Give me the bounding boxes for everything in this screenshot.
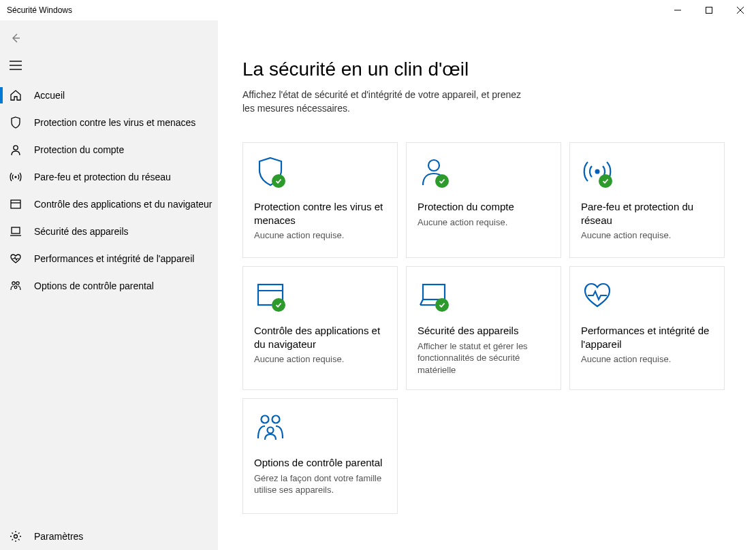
card-desc: Aucune action requise.: [418, 216, 550, 229]
device-icon: [418, 279, 450, 312]
back-button[interactable]: [0, 25, 31, 52]
heart-icon: [10, 253, 22, 265]
card-app-control[interactable]: Contrôle des applications et du navigate…: [242, 266, 398, 390]
cards-grid: Protection contre les virus et menaces A…: [242, 142, 756, 514]
card-desc: Afficher le statut et gérer les fonction…: [418, 340, 550, 376]
nav-label: Accueil: [34, 90, 65, 101]
sidebar: Accueil Protection contre les virus et m…: [0, 20, 218, 550]
svg-rect-10: [11, 200, 20, 208]
svg-point-18: [595, 169, 600, 174]
nav-item-firewall[interactable]: Pare-feu et protection du réseau: [0, 163, 218, 191]
gear-icon: [10, 530, 22, 543]
card-virus-protection[interactable]: Protection contre les virus et menaces A…: [242, 142, 398, 258]
page-title: La sécurité en un clin d'œil: [242, 59, 756, 80]
nav-item-performance[interactable]: Performances et intégrité de l'appareil: [0, 245, 218, 272]
app-icon: [10, 198, 22, 210]
maximize-button[interactable]: [693, 0, 725, 20]
svg-rect-21: [423, 285, 445, 300]
nav-label: Protection du compte: [34, 144, 124, 155]
home-icon: [10, 89, 22, 101]
heart-icon: [581, 279, 614, 312]
shield-icon: [254, 155, 287, 188]
antenna-icon: [10, 171, 22, 183]
card-firewall[interactable]: Pare-feu et protection du réseau Aucune …: [569, 142, 725, 258]
device-icon: [10, 225, 22, 238]
shield-icon: [10, 116, 22, 129]
svg-point-9: [14, 176, 16, 178]
nav-item-app-control[interactable]: Contrôle des applications et du navigate…: [0, 191, 218, 218]
nav-label: Protection contre les virus et menaces: [34, 117, 195, 128]
nav-item-settings[interactable]: Paramètres: [0, 523, 218, 550]
hamburger-button[interactable]: [0, 52, 31, 79]
svg-point-17: [428, 160, 439, 171]
family-icon: [10, 280, 22, 292]
svg-rect-12: [12, 227, 20, 233]
person-icon: [10, 144, 22, 156]
nav-item-family[interactable]: Options de contrôle parental: [0, 272, 218, 300]
nav-label: Performances et intégrité de l'appareil: [34, 253, 194, 264]
card-desc: Aucune action requise.: [254, 229, 386, 242]
svg-rect-1: [706, 7, 712, 14]
page-subtitle: Affichez l'état de sécurité et d'intégri…: [242, 88, 529, 115]
card-desc: Gérez la façon dont votre famille utilis…: [254, 472, 386, 496]
svg-point-24: [268, 427, 274, 434]
nav-list: Accueil Protection contre les virus et m…: [0, 82, 218, 523]
card-desc: Aucune action requise.: [254, 353, 386, 366]
card-title: Options de contrôle parental: [254, 456, 386, 470]
nav-label: Pare-feu et protection du réseau: [34, 172, 171, 182]
svg-point-13: [12, 282, 15, 285]
nav-item-device[interactable]: Sécurité des appareils: [0, 218, 218, 245]
svg-point-14: [16, 282, 19, 285]
svg-point-15: [14, 286, 17, 289]
nav-label: Contrôle des applications et du navigate…: [34, 199, 212, 210]
card-title: Protection contre les virus et menaces: [254, 200, 386, 227]
nav-label: Sécurité des appareils: [34, 226, 129, 237]
titlebar: Sécurité Windows: [0, 0, 756, 20]
card-title: Performances et intégrité de l'appareil: [581, 324, 713, 351]
nav-item-virus[interactable]: Protection contre les virus et menaces: [0, 109, 218, 136]
card-family[interactable]: Options de contrôle parental Gérez la fa…: [242, 398, 398, 514]
card-performance[interactable]: Performances et intégrité de l'appareil …: [569, 266, 725, 390]
card-desc: Aucune action requise.: [581, 229, 713, 242]
card-title: Pare-feu et protection du réseau: [581, 200, 713, 227]
content-area: La sécurité en un clin d'œil Affichez l'…: [218, 20, 756, 550]
card-title: Protection du compte: [418, 200, 550, 214]
card-account-protection[interactable]: Protection du compte Aucune action requi…: [406, 142, 561, 258]
minimize-button[interactable]: [662, 0, 693, 20]
svg-point-23: [272, 416, 280, 423]
window-title: Sécurité Windows: [7, 5, 72, 15]
nav-item-home[interactable]: Accueil: [0, 82, 218, 109]
app-icon: [254, 279, 287, 312]
nav-label: Paramètres: [34, 531, 83, 542]
close-button[interactable]: [725, 0, 756, 20]
nav-label: Options de contrôle parental: [34, 280, 154, 291]
antenna-icon: [581, 155, 614, 188]
svg-point-22: [262, 416, 269, 423]
window-controls: [662, 0, 756, 20]
card-title: Sécurité des appareils: [418, 324, 550, 338]
card-title: Contrôle des applications et du navigate…: [254, 324, 386, 351]
svg-point-16: [14, 535, 18, 538]
nav-item-account[interactable]: Protection du compte: [0, 136, 218, 163]
svg-point-8: [14, 146, 18, 150]
card-desc: Aucune action requise.: [581, 353, 713, 366]
card-device-security[interactable]: Sécurité des appareils Afficher le statu…: [406, 266, 561, 390]
family-icon: [254, 411, 287, 444]
person-icon: [418, 155, 450, 188]
